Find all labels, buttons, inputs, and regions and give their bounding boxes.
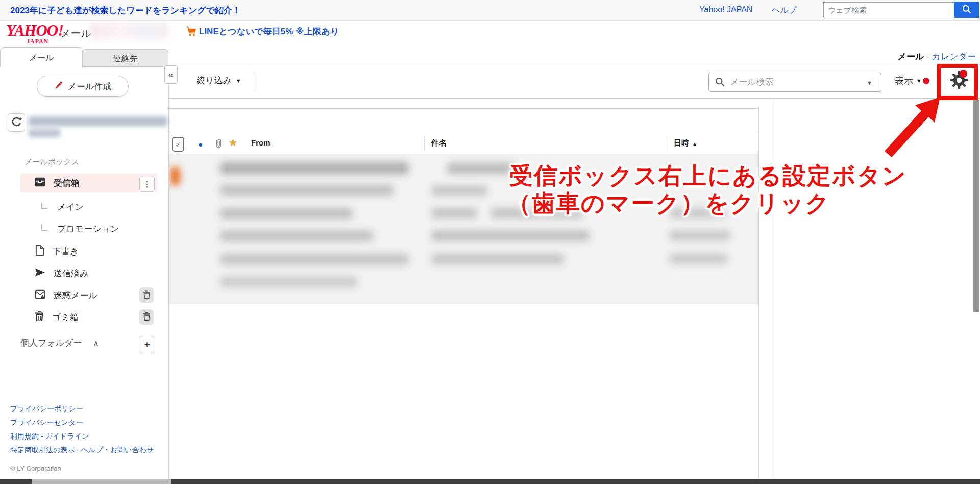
mail-search-input[interactable] (729, 75, 859, 90)
help-link[interactable]: ヘルプ (772, 5, 797, 16)
toolbar-top-border (169, 65, 980, 65)
folder-label: メイン (57, 201, 84, 213)
plus-icon: + (144, 339, 150, 351)
blurred-subject (431, 254, 564, 264)
personal-folder-section[interactable]: 個人フォルダー ∧ (20, 337, 157, 349)
spam-mail-icon (35, 289, 45, 302)
sidebar-collapse-button[interactable]: « (164, 65, 178, 84)
preview-pane-scrollbar[interactable] (973, 100, 979, 312)
draft-icon (35, 245, 44, 258)
yahoo-logo-japan: JAPAN (27, 38, 48, 45)
account-email-blurred-2 (29, 129, 60, 137)
column-header-from[interactable]: From (251, 138, 271, 147)
search-options-caret-icon[interactable]: ▼ (867, 80, 872, 86)
trash-empty-button[interactable] (139, 309, 154, 325)
sidebar-item-sent[interactable]: 送信済み (20, 264, 157, 283)
horizontal-scrollbar[interactable] (0, 479, 980, 484)
toolbar-bottom-border (169, 98, 980, 99)
privacy-policy-link[interactable]: プライバシーポリシー (10, 404, 83, 414)
trash-icon (143, 312, 151, 323)
mailbox-section-label: メールボックス (24, 157, 79, 167)
search-icon (715, 77, 725, 89)
spam-empty-button[interactable] (139, 287, 154, 303)
tab-contacts[interactable]: 連絡先 (83, 49, 168, 67)
sidebar-item-spam[interactable]: 迷惑メール (20, 286, 157, 305)
sidebar-item-trash[interactable]: ゴミ箱 (20, 308, 157, 327)
mail-calendar-switch: メール - カレンダー (898, 51, 976, 62)
sidebar-item-inbox[interactable]: 受信箱 (20, 174, 157, 192)
folder-label: 受信箱 (54, 177, 80, 189)
folder-label: ゴミ箱 (52, 311, 79, 323)
chevron-down-icon: ▼ (916, 78, 922, 84)
copyright-label: © LY Corporation (10, 465, 61, 472)
blurred-date (669, 230, 730, 240)
column-header-subject[interactable]: 件名 (431, 138, 447, 148)
blurred-sender (220, 276, 358, 287)
compose-label: メール作成 (68, 81, 112, 92)
blurred-date (669, 254, 728, 264)
privacy-center-link[interactable]: プライバシーセンター (10, 418, 83, 427)
annotation-text-line1: 受信ボックス右上にある設定ボタン (509, 160, 907, 192)
column-header-date[interactable]: 日時▲ (674, 138, 697, 148)
web-search-input[interactable] (823, 2, 959, 17)
blurred-avatar (170, 167, 180, 185)
mail-app-label: メール (60, 27, 91, 40)
unread-filter-icon[interactable]: ● (198, 140, 203, 149)
folder-label: 送信済み (54, 268, 88, 279)
pencil-icon (54, 81, 63, 92)
scrollbar-thumb[interactable] (32, 479, 171, 484)
refresh-icon (11, 116, 22, 129)
trash-icon (143, 290, 151, 301)
chevron-up-icon[interactable]: ∧ (93, 338, 99, 348)
web-search-button[interactable] (954, 2, 979, 18)
star-icon[interactable]: ★ (229, 137, 237, 149)
blurred-subject (431, 230, 590, 241)
tab-mail[interactable]: メール (0, 47, 83, 67)
sidebar-item-promotions[interactable]: プロモーション (20, 220, 157, 238)
folder-label: プロモーション (57, 223, 119, 235)
yahoo-logo[interactable]: YAHOO! (6, 21, 63, 40)
terms-guideline-link[interactable]: 利用規約 - ガイドライン (10, 432, 89, 441)
inbox-icon (35, 177, 45, 189)
collapse-icon: « (168, 69, 174, 80)
display-notification-dot (923, 78, 929, 84)
banner-promo-link[interactable]: 2023年に子ども達が検索したワードをランキングで紹介！ (10, 5, 241, 16)
display-dropdown[interactable]: 表示 ▼ (895, 75, 929, 87)
folder-label: 下書き (53, 246, 79, 257)
column-divider (666, 136, 666, 151)
tree-corner-icon (41, 224, 47, 231)
blurred-sender (220, 254, 409, 265)
select-all-checkbox[interactable]: ✓ (172, 137, 184, 152)
check-icon: ✓ (175, 140, 181, 149)
commerce-help-contact-link[interactable]: 特定商取引法の表示 - ヘルプ・お問い合わせ (10, 446, 154, 455)
folder-label: 迷惑メール (54, 289, 97, 301)
blurred-sender (220, 208, 353, 219)
yahoo-japan-link[interactable]: Yahoo! JAPAN (699, 5, 752, 14)
sidebar-item-main[interactable]: メイン (20, 198, 157, 216)
compose-button[interactable]: メール作成 (37, 76, 129, 97)
mail-current-label: メール (898, 52, 924, 61)
chevron-down-icon: ▼ (236, 78, 241, 84)
refresh-button[interactable] (8, 113, 25, 132)
calendar-link[interactable]: カレンダー (932, 52, 976, 61)
personal-folder-label: 個人フォルダー (20, 337, 82, 349)
add-folder-button[interactable]: + (139, 336, 155, 353)
search-icon (962, 4, 972, 16)
column-divider (424, 136, 425, 151)
paperclip-icon[interactable] (214, 138, 223, 151)
blurred-subject (431, 208, 477, 219)
filter-dropdown[interactable]: 絞り込み ▼ (197, 75, 241, 86)
send-icon (35, 268, 45, 280)
account-email-blurred (29, 116, 167, 126)
inbox-menu-button[interactable]: ⋮ (139, 176, 155, 192)
blurred-sender (220, 184, 394, 196)
yahoo-mail-screen: 2023年に子ども達が検索したワードをランキングで紹介！ Yahoo! JAPA… (0, 0, 980, 484)
display-label: 表示 (895, 75, 913, 87)
blurred-sender (220, 230, 373, 241)
sidebar-item-drafts[interactable]: 下書き (20, 242, 157, 261)
annotation-arrow (868, 92, 954, 163)
line-promo-link[interactable]: LINEとつないで毎日5% ※上限あり (199, 26, 339, 37)
trash-icon (35, 311, 44, 324)
annotation-text-line2: （歯車のマーク）をクリック (507, 188, 830, 220)
preview-pane-border (772, 99, 772, 479)
